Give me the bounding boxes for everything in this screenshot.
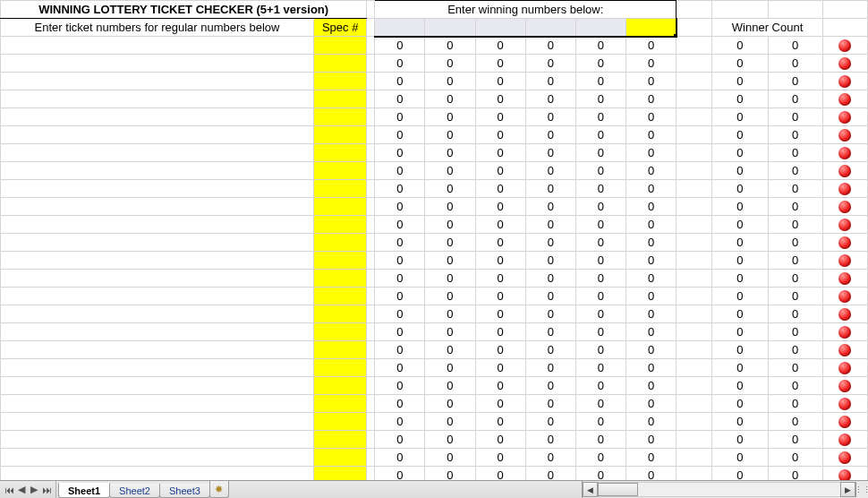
status-indicator-cell[interactable]	[822, 55, 867, 73]
ticket-number-cell[interactable]	[1, 162, 314, 180]
status-indicator-cell[interactable]	[822, 431, 867, 449]
result-cell[interactable]: 0	[425, 288, 475, 305]
result-cell[interactable]: 0	[375, 198, 425, 216]
result-cell[interactable]: 0	[425, 73, 475, 90]
cell[interactable]	[677, 395, 712, 413]
result-cell[interactable]: 0	[525, 90, 575, 108]
result-cell[interactable]: 0	[425, 198, 475, 216]
winner-count-cell[interactable]: 0	[712, 90, 768, 108]
status-indicator-cell[interactable]	[822, 288, 867, 305]
winner-count-cell[interactable]: 0	[712, 395, 768, 413]
cell[interactable]	[367, 126, 375, 144]
ticket-number-cell[interactable]	[1, 126, 314, 144]
result-cell[interactable]: 0	[475, 198, 525, 216]
result-cell[interactable]: 0	[375, 126, 425, 144]
result-cell[interactable]: 0	[475, 270, 525, 288]
status-indicator-cell[interactable]	[822, 413, 867, 431]
cell[interactable]	[677, 73, 712, 90]
winner-count-cell[interactable]: 0	[768, 126, 822, 144]
cell[interactable]	[367, 1, 375, 19]
result-cell[interactable]: 0	[626, 234, 677, 252]
new-sheet-button[interactable]: ✸	[209, 481, 229, 498]
cell[interactable]	[677, 305, 712, 323]
result-cell[interactable]: 0	[626, 90, 677, 108]
result-cell[interactable]: 0	[626, 413, 677, 431]
cell[interactable]	[822, 1, 867, 19]
result-cell[interactable]: 0	[475, 467, 525, 481]
result-cell[interactable]: 0	[475, 359, 525, 377]
result-cell[interactable]: 0	[575, 55, 625, 73]
result-cell[interactable]: 0	[525, 55, 575, 73]
status-indicator-cell[interactable]	[822, 180, 867, 198]
cell[interactable]	[677, 55, 712, 73]
winner-count-cell[interactable]: 0	[768, 198, 822, 216]
ticket-number-cell[interactable]	[1, 413, 314, 431]
sheet-tab[interactable]: Sheet3	[159, 484, 210, 498]
scroll-left-button[interactable]: ◀	[583, 482, 598, 497]
status-indicator-cell[interactable]	[822, 73, 867, 90]
cell[interactable]	[367, 431, 375, 449]
result-cell[interactable]: 0	[425, 234, 475, 252]
cell[interactable]	[367, 162, 375, 180]
spec-cell[interactable]	[314, 413, 367, 431]
result-cell[interactable]: 0	[425, 108, 475, 126]
cell[interactable]	[367, 108, 375, 126]
cell[interactable]	[367, 467, 375, 481]
result-cell[interactable]: 0	[575, 198, 625, 216]
cell[interactable]	[367, 395, 375, 413]
result-cell[interactable]: 0	[626, 252, 677, 270]
result-cell[interactable]: 0	[425, 90, 475, 108]
result-cell[interactable]: 0	[575, 180, 625, 198]
result-cell[interactable]: 0	[525, 395, 575, 413]
cell[interactable]	[677, 449, 712, 467]
spec-cell[interactable]	[314, 90, 367, 108]
winner-count-cell[interactable]: 0	[768, 90, 822, 108]
result-cell[interactable]: 0	[575, 37, 625, 55]
ticket-number-cell[interactable]	[1, 467, 314, 481]
cell[interactable]	[677, 252, 712, 270]
spec-cell[interactable]	[314, 288, 367, 305]
tab-nav-next-icon[interactable]: ▶	[29, 484, 39, 495]
result-cell[interactable]: 0	[475, 288, 525, 305]
status-indicator-cell[interactable]	[822, 270, 867, 288]
result-cell[interactable]: 0	[525, 216, 575, 234]
cell[interactable]	[367, 270, 375, 288]
result-cell[interactable]: 0	[375, 90, 425, 108]
cell[interactable]	[677, 431, 712, 449]
result-cell[interactable]: 0	[626, 55, 677, 73]
cell[interactable]	[677, 144, 712, 162]
result-cell[interactable]: 0	[475, 377, 525, 395]
cell[interactable]	[367, 288, 375, 305]
result-cell[interactable]: 0	[475, 162, 525, 180]
result-cell[interactable]: 0	[626, 198, 677, 216]
result-cell[interactable]: 0	[525, 413, 575, 431]
result-cell[interactable]: 0	[425, 467, 475, 481]
status-indicator-cell[interactable]	[822, 395, 867, 413]
winner-count-cell[interactable]: 0	[768, 144, 822, 162]
winner-count-cell[interactable]: 0	[768, 359, 822, 377]
spec-cell[interactable]	[314, 467, 367, 481]
cell[interactable]	[677, 270, 712, 288]
sheet-tab[interactable]: Sheet2	[109, 484, 160, 498]
result-cell[interactable]: 0	[425, 37, 475, 55]
result-cell[interactable]: 0	[425, 359, 475, 377]
spec-cell[interactable]	[314, 55, 367, 73]
cell[interactable]	[367, 323, 375, 341]
result-cell[interactable]: 0	[475, 234, 525, 252]
winner-count-cell[interactable]: 0	[768, 37, 822, 55]
cell[interactable]	[367, 449, 375, 467]
cell[interactable]	[822, 19, 867, 37]
result-cell[interactable]: 0	[375, 37, 425, 55]
result-cell[interactable]: 0	[425, 270, 475, 288]
winning-number-input-1[interactable]	[375, 19, 425, 37]
result-cell[interactable]: 0	[575, 270, 625, 288]
status-indicator-cell[interactable]	[822, 323, 867, 341]
cell[interactable]	[367, 413, 375, 431]
cell[interactable]	[677, 359, 712, 377]
ticket-number-cell[interactable]	[1, 234, 314, 252]
result-cell[interactable]: 0	[375, 377, 425, 395]
winner-count-cell[interactable]: 0	[712, 216, 768, 234]
result-cell[interactable]: 0	[475, 144, 525, 162]
result-cell[interactable]: 0	[375, 359, 425, 377]
spec-cell[interactable]	[314, 449, 367, 467]
